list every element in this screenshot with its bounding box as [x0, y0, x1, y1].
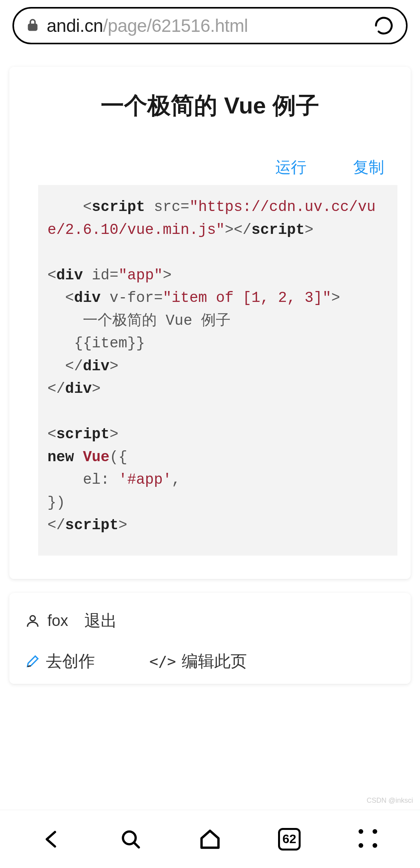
search-button[interactable] — [117, 826, 144, 853]
code-block[interactable]: <script src="https://cdn.uv.cc/vue/2.6.1… — [38, 185, 397, 556]
article-card: 一个极简的 Vue 例子 运行 复制 <script src="https://… — [9, 67, 411, 579]
tab-count: 62 — [278, 828, 301, 851]
watermark: CSDN @inksci — [367, 797, 413, 805]
create-label: 去创作 — [46, 650, 95, 672]
bottom-nav: 62 — [0, 810, 420, 868]
pencil-icon — [25, 654, 40, 669]
lock-icon — [26, 18, 40, 33]
content-area: 一个极简的 Vue 例子 运行 复制 <script src="https://… — [0, 44, 420, 684]
page-title: 一个极简的 Vue 例子 — [23, 90, 397, 122]
url-path: /page/621516.html — [103, 16, 248, 36]
edit-label: 编辑此页 — [182, 650, 247, 672]
action-row: 去创作 </> 编辑此页 — [25, 650, 395, 672]
svg-point-1 — [30, 615, 35, 620]
run-button[interactable]: 运行 — [275, 157, 306, 178]
user-row: fox 退出 — [25, 610, 395, 632]
create-link[interactable]: 去创作 — [25, 650, 95, 672]
user-card: fox 退出 去创作 </> 编辑此页 — [9, 593, 411, 684]
code-actions: 运行 复制 — [23, 157, 397, 178]
menu-button[interactable] — [355, 826, 382, 853]
menu-dots-icon — [359, 829, 379, 849]
logout-link[interactable]: 退出 — [84, 610, 117, 632]
tabs-button[interactable]: 62 — [276, 826, 303, 853]
back-button[interactable] — [38, 826, 65, 853]
code-icon: </> — [149, 653, 176, 670]
reload-icon[interactable] — [373, 15, 394, 36]
svg-rect-0 — [29, 24, 37, 30]
home-button[interactable] — [196, 826, 224, 853]
url-text[interactable]: andi.cn/page/621516.html — [47, 15, 369, 36]
edit-page-link[interactable]: </> 编辑此页 — [149, 650, 247, 672]
address-bar[interactable]: andi.cn/page/621516.html — [12, 7, 408, 44]
copy-button[interactable]: 复制 — [353, 157, 384, 178]
url-domain: andi.cn — [47, 16, 103, 36]
user-icon — [25, 613, 40, 629]
username[interactable]: fox — [47, 612, 68, 629]
